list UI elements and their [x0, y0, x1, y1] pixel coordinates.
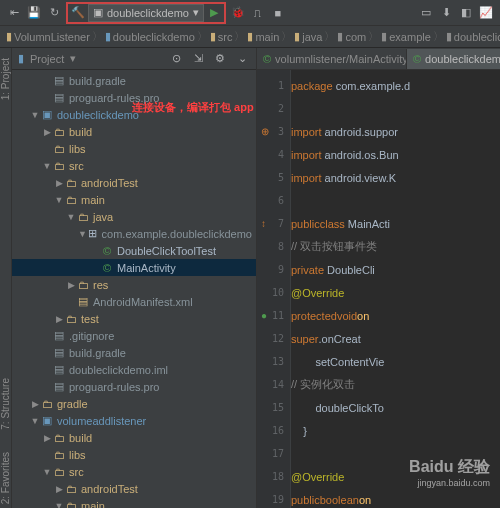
collapse-icon[interactable]: ⇤ — [6, 5, 22, 21]
breadcrumb-item[interactable]: ▮doubleclickdemo — [105, 30, 195, 43]
debug-icon[interactable]: 🐞 — [230, 5, 246, 21]
breadcrumb-item[interactable]: ▮example — [381, 30, 431, 43]
tree-node[interactable]: ▤AndroidManifest.xml — [12, 293, 256, 310]
tree-node[interactable]: ▼🗀main — [12, 497, 256, 508]
run-icon[interactable]: ▶ — [206, 5, 222, 21]
tree-node[interactable]: ▶🗀test — [12, 310, 256, 327]
collapse-all-icon[interactable]: ⇲ — [190, 51, 206, 67]
chevron-down-icon: ▾ — [193, 6, 199, 19]
editor-tabs: ©volumnlistener/MainActivity.java×©doubl… — [257, 48, 500, 70]
breadcrumb-item[interactable]: ▮VolumnListener — [6, 30, 90, 43]
tree-node[interactable]: ▼🗀main — [12, 191, 256, 208]
tool-tab-project[interactable]: 1: Project — [0, 54, 11, 104]
tree-node[interactable]: ▶🗀androidTest — [12, 480, 256, 497]
editor-tab[interactable]: ©doubleclickdem× — [407, 49, 500, 69]
tree-node[interactable]: ▶🗀res — [12, 276, 256, 293]
tree-node[interactable]: ▼▣volumeaddlistener — [12, 412, 256, 429]
tree-node[interactable]: ▤build.gradle — [12, 72, 256, 89]
run-config-box: 🔨 ▣ doubleclickdemo ▾ ▶ — [66, 2, 226, 24]
sidebar-header: ▮ Project ▾ ⊙ ⇲ ⚙ ⌄ — [12, 48, 256, 70]
android-icon: ▣ — [93, 6, 103, 19]
scroll-to-icon[interactable]: ⊙ — [168, 51, 184, 67]
monitor-icon[interactable]: 📈 — [478, 5, 494, 21]
stop-icon[interactable]: ■ — [270, 5, 286, 21]
breadcrumb-item[interactable]: ▮com — [337, 30, 366, 43]
tree-node[interactable]: ©DoubleClickToolTest — [12, 242, 256, 259]
breadcrumb-item[interactable]: ▮main — [247, 30, 279, 43]
tree-node[interactable]: ▼🗀src — [12, 157, 256, 174]
editor-gutter: 12⊕3456↕78910●111213141516171819 — [257, 70, 291, 508]
sdk-icon[interactable]: ⬇ — [438, 5, 454, 21]
tree-node[interactable]: ▼🗀src — [12, 463, 256, 480]
tree-node[interactable]: ▼⊞com.example.doubleclickdemo — [12, 225, 256, 242]
tree-node[interactable]: ▼▣doubleclickdemo — [12, 106, 256, 123]
tree-node[interactable]: ©MainActivity — [12, 259, 256, 276]
editor-tab[interactable]: ©volumnlistener/MainActivity.java× — [257, 49, 407, 69]
attach-icon[interactable]: ⎍ — [250, 5, 266, 21]
run-config-select[interactable]: ▣ doubleclickdemo ▾ — [88, 4, 204, 22]
main-toolbar: ⇤ 💾 ↻ 🔨 ▣ doubleclickdemo ▾ ▶ 🐞 ⎍ ■ ▭ ⬇ … — [0, 0, 500, 26]
tree-node[interactable]: ▶🗀androidTest — [12, 174, 256, 191]
save-icon[interactable]: 💾 — [26, 5, 42, 21]
editor-source[interactable]: package com.example.dimport android.supp… — [291, 70, 500, 508]
avd-icon[interactable]: ▭ — [418, 5, 434, 21]
project-tree[interactable]: 连接设备，编译打包 app ▤build.gradle▤proguard-rul… — [12, 70, 256, 508]
sidebar-title: Project — [30, 53, 64, 65]
left-tool-strip: 1: Project 7: Structure 2: Favorites — [0, 48, 12, 508]
tree-node[interactable]: ▤.gitignore — [12, 327, 256, 344]
run-config-label: doubleclickdemo — [107, 7, 189, 19]
tree-node[interactable]: ▤doubleclickdemo.iml — [12, 361, 256, 378]
project-sidebar: ▮ Project ▾ ⊙ ⇲ ⚙ ⌄ 连接设备，编译打包 app ▤build… — [12, 48, 257, 508]
breadcrumb-item[interactable]: ▮src — [210, 30, 233, 43]
tool-tab-structure[interactable]: 7: Structure — [0, 374, 11, 434]
sync-icon[interactable]: ↻ — [46, 5, 62, 21]
tree-node[interactable]: ▶🗀gradle — [12, 395, 256, 412]
build-icon[interactable]: 🔨 — [70, 5, 86, 21]
breadcrumb-item[interactable]: ▮java — [294, 30, 322, 43]
tree-node[interactable]: ▼🗀java — [12, 208, 256, 225]
breadcrumb-item[interactable]: ▮doubleclickd — [446, 30, 500, 43]
gear-icon[interactable]: ⚙ — [212, 51, 228, 67]
tool-tab-favorites[interactable]: 2: Favorites — [0, 448, 11, 508]
breadcrumbs: ▮VolumnListener〉 ▮doubleclickdemo〉 ▮src〉… — [0, 26, 500, 48]
hide-icon[interactable]: ⌄ — [234, 51, 250, 67]
tree-node[interactable]: ▤proguard-rules.pro — [12, 89, 256, 106]
tree-node[interactable]: ▤proguard-rules.pro — [12, 378, 256, 395]
tree-node[interactable]: ▶🗀build — [12, 429, 256, 446]
layout-icon[interactable]: ◧ — [458, 5, 474, 21]
tree-node[interactable]: 🗀libs — [12, 446, 256, 463]
chevron-down-icon[interactable]: ▾ — [70, 52, 76, 65]
tree-node[interactable]: ▤build.gradle — [12, 344, 256, 361]
tree-node[interactable]: 🗀libs — [12, 140, 256, 157]
tree-node[interactable]: ▶🗀build — [12, 123, 256, 140]
editor-pane: ©volumnlistener/MainActivity.java×©doubl… — [257, 48, 500, 508]
